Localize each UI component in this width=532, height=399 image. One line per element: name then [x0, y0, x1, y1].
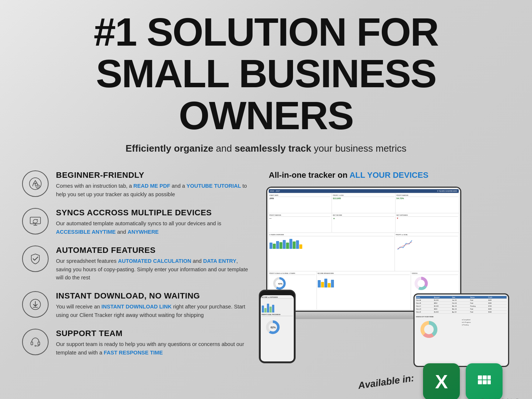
available-label: Available in:: [357, 372, 415, 391]
dash-box-netincome: NET INCOME ▲: [332, 213, 395, 232]
tablet-mockup: Client Amount Date Status Profit Client …: [413, 293, 509, 367]
ic-bar-5: [331, 280, 334, 287]
ic-bar-2: [321, 282, 324, 287]
svg-rect-5: [31, 342, 33, 345]
feature-beginner-desc: Comes with an instruction tab, a READ ME…: [56, 182, 250, 198]
feature-automated-title: AUTOMATED FEATURES: [56, 246, 250, 255]
dash-box-pm: PROFIT MARGIN —: [269, 213, 332, 232]
bar-3: [276, 241, 279, 249]
svg-rect-23: [483, 380, 487, 384]
feature-download-desc: You will receive an INSTANT DOWNLOAD LIN…: [56, 303, 250, 319]
phone-mockup: INCOME vs EXPENSES PROFIT GOAL PROGRESS: [259, 290, 296, 363]
feature-syncs-desc: Our automated template automatically syn…: [56, 219, 250, 236]
dash-box-profit: PROFIT / LOSS $13,685: [332, 194, 395, 212]
dash-box-netexpenses: NET EXPENSES ▼: [396, 213, 459, 232]
subtitle-connector1: and: [213, 143, 235, 154]
monitor-sync-svg: [28, 214, 42, 228]
feature-support-text: SUPPORT TEAM Our support team is ready t…: [56, 329, 250, 357]
dash-box-margin: PROFIT MARGIN 54.72%: [396, 194, 459, 212]
svg-text:$: $: [38, 186, 39, 188]
svg-rect-21: [483, 375, 487, 379]
feature-automated: AUTOMATED FEATURES Our spreadsheet featu…: [22, 246, 250, 282]
excel-icon: X: [423, 363, 460, 399]
content-row: $ BEGINNER-FRIENDLY Comes with an instru…: [22, 170, 510, 399]
laptop-screen: 2022 - 2027 5 YEARS DASHBOARD START DATE…: [266, 187, 461, 312]
tablet-table: Client Amount Date Status Profit Client …: [416, 296, 507, 314]
svg-rect-6: [38, 342, 40, 345]
bar-2: [273, 244, 276, 249]
bar-4: [279, 242, 282, 249]
monitor-sync-icon: [22, 208, 49, 234]
dash-top-bar: 2022 - 2027 5 YEARS DASHBOARD: [269, 189, 459, 193]
overview-chart: [269, 238, 394, 249]
svg-rect-20: [478, 375, 482, 379]
donut-chart: 43%: [269, 275, 290, 290]
svg-rect-3: [30, 217, 40, 224]
phone-screen: INCOME vs EXPENSES PROFIT GOAL PROGRESS: [261, 295, 294, 361]
subtitle-connector2: your business metrics: [311, 143, 406, 154]
feature-beginner-title: BEGINNER-FRIENDLY: [56, 170, 250, 180]
dash-box-start: START DATE JAN: [269, 194, 332, 212]
svg-text:43%: 43%: [278, 283, 283, 285]
feature-beginner-text: BEGINNER-FRIENDLY Comes with an instruct…: [56, 170, 250, 198]
feature-syncs-title: SYNCS ACCROSS MULTIPLE DEVICES: [56, 208, 250, 218]
feature-download-text: INSTANT DOWNLOAD, NO WAITING You will re…: [56, 291, 250, 319]
bar-1: [269, 243, 272, 249]
subtitle: Efficiently organize and seamlessly trac…: [22, 143, 510, 154]
feature-download-title: INSTANT DOWNLOAD, NO WAITING: [56, 291, 250, 301]
feature-support-desc: Our support team is ready to help you wi…: [56, 340, 250, 357]
ic-bar-4: [328, 283, 331, 287]
tablet-pie-chart: [416, 318, 442, 339]
bar-9: [296, 240, 299, 249]
income-chart: [318, 276, 410, 287]
sheets-grid-icon: [474, 372, 494, 392]
dash-box-overview: 5 YEARS OVERVIEW: [269, 233, 394, 271]
download-arrow-icon: [22, 291, 49, 318]
feature-download: INSTANT DOWNLOAD, NO WAITING You will re…: [22, 291, 250, 319]
dash-box-goal: PROFIT vs GOAL: [395, 233, 459, 271]
phone-notch: [270, 291, 285, 294]
tablet-screen: Client Amount Date Status Profit Client …: [415, 294, 508, 366]
phone-donut: 62%: [262, 317, 284, 335]
svg-rect-22: [478, 380, 482, 384]
bar-10: [299, 244, 302, 249]
left-column: $ BEGINNER-FRIENDLY Comes with an instru…: [22, 170, 250, 399]
svg-rect-24: [487, 375, 491, 379]
download-arrow-svg: [28, 297, 42, 311]
svg-point-7: [35, 345, 36, 346]
headset-svg: [28, 335, 42, 349]
dashboard-content: 2022 - 2027 5 YEARS DASHBOARD START DATE…: [267, 188, 460, 311]
headset-icon: [22, 329, 49, 355]
feature-support-title: SUPPORT TEAM: [56, 329, 250, 338]
right-header: All-in-one tracker on ALL YOUR DEVICES: [258, 170, 429, 180]
sheets-icon: [466, 363, 503, 399]
checkmark-shield-icon: [22, 246, 49, 272]
subtitle-part2: seamlessly track: [235, 143, 311, 154]
profit-goal-chart: [396, 237, 414, 251]
plant-money-icon: $: [22, 170, 49, 197]
subtitle-part1: Efficiently organize: [126, 143, 213, 154]
right-column: All-in-one tracker on ALL YOUR DEVICES 2…: [250, 170, 510, 399]
feature-beginner-friendly: $ BEGINNER-FRIENDLY Comes with an instru…: [22, 170, 250, 198]
bar-6: [286, 243, 289, 249]
available-section: Available in: X: [358, 363, 503, 399]
bar-8: [293, 241, 296, 249]
ic-bar-1: [318, 280, 321, 287]
plant-money-svg: $: [28, 177, 42, 191]
checkmark-shield-svg: [28, 252, 42, 266]
svg-text:62%: 62%: [271, 326, 276, 329]
feature-automated-desc: Our spreadsheet features AUTOMATED CALCU…: [56, 257, 250, 282]
dash-box-income: INCOME BREAKDOWN: [317, 272, 411, 310]
feature-automated-text: AUTOMATED FEATURES Our spreadsheet featu…: [56, 246, 250, 282]
feature-syncs-text: SYNCS ACCROSS MULTIPLE DEVICES Our autom…: [56, 208, 250, 236]
svg-rect-25: [487, 380, 491, 384]
feature-syncs: SYNCS ACCROSS MULTIPLE DEVICES Our autom…: [22, 208, 250, 236]
feature-support: SUPPORT TEAM Our support team is ready t…: [22, 329, 250, 357]
ic-bar-3: [324, 279, 327, 287]
page-wrapper: #1 SOLUTION FOR SMALL BUSINESS OWNERS Ef…: [0, 0, 532, 399]
bar-7: [289, 239, 292, 249]
device-mockup-area: 2022 - 2027 5 YEARS DASHBOARD START DATE…: [259, 187, 509, 367]
status-chart: [412, 275, 430, 290]
footer-handle: @prioridigitalstudio: [480, 398, 521, 399]
bar-5: [283, 240, 286, 249]
